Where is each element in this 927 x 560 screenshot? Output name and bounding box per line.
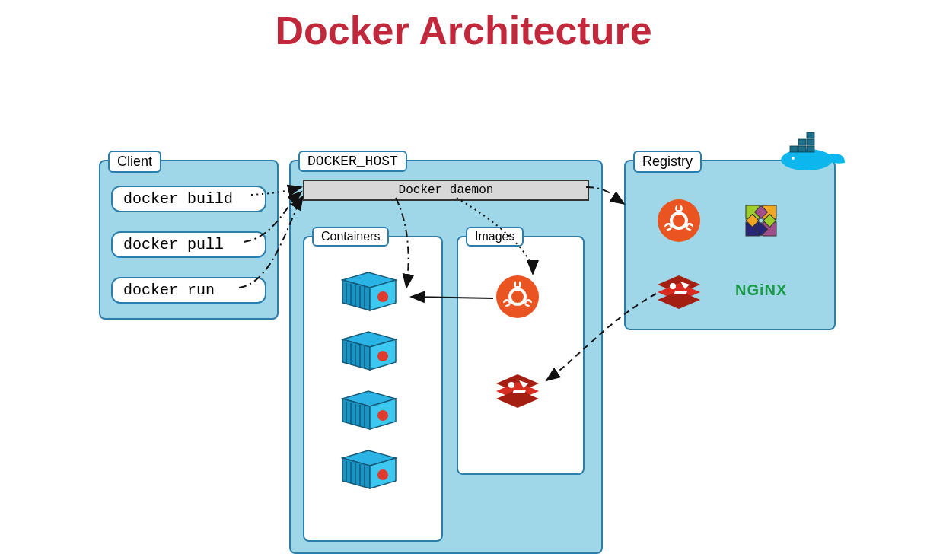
containers-label: Containers: [312, 227, 389, 247]
cmd-docker-run: docker run: [111, 277, 266, 304]
client-label: Client: [108, 151, 161, 173]
images-box: Images: [457, 236, 585, 475]
cmd-docker-pull: docker pull: [111, 231, 266, 258]
images-label: Images: [466, 227, 524, 247]
registry-label: Registry: [633, 151, 702, 173]
host-box: DOCKER_HOST Docker daemon Containers Ima…: [289, 160, 603, 554]
registry-box: Registry: [624, 160, 836, 330]
cmd-docker-build: docker build: [111, 186, 266, 212]
host-label: DOCKER_HOST: [298, 151, 407, 172]
docker-daemon: Docker daemon: [303, 180, 589, 201]
client-box: Client docker build docker pull docker r…: [99, 160, 279, 320]
containers-box: Containers: [303, 236, 443, 542]
page-title: Docker Architecture: [0, 8, 927, 53]
